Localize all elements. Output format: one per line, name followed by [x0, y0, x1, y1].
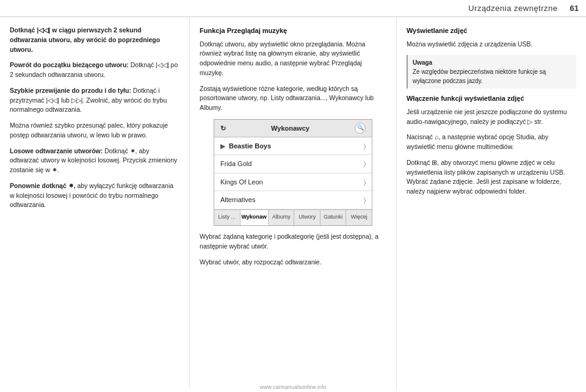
r3: Nacisnąć ⌂, a następnie wybrać opcję Stu…	[407, 132, 576, 152]
page-container: Urządzenia zewnętrzne 61 Dotknąć |◁◁| w …	[0, 0, 586, 392]
tab-listy[interactable]: Listy ...	[214, 210, 241, 226]
music-tab-bar: Listy ... Wykonaw Albumy Utwory Gatunki …	[214, 209, 372, 226]
header-title: Urządzenia zewnętrzne	[468, 4, 557, 13]
p2: Powrót do początku bieżącego utworu: Dot…	[10, 60, 179, 80]
m1: Dotknąć utworu, aby wyświetlić okno prze…	[200, 40, 386, 78]
middle-heading: Funkcja Przeglądaj muzykę	[200, 26, 386, 36]
p5: Losowe odtwarzanie utworów: Dotknąć ⁕, a…	[10, 147, 179, 175]
tab-gatunki[interactable]: Gatunki	[320, 210, 347, 226]
list-item[interactable]: Kings Of Leon 〉	[214, 173, 372, 192]
ma2: Wybrać utwór, aby rozpocząć odtwarzanie.	[200, 258, 386, 267]
p3: Szybkie przewijanie do przodu i do tyłu:…	[10, 86, 179, 115]
r1: Można wyświetlić zdjęcia z urządzenia US…	[407, 40, 576, 49]
footer: www.carmanualsonline.info	[0, 382, 586, 392]
tab-albumy[interactable]: Albumy	[269, 210, 295, 226]
list-item[interactable]: ▶ Beastie Boys 〉	[214, 137, 372, 156]
content-area: Dotknąć |◁◁| w ciągu pierwszych 2 sekund…	[0, 17, 586, 388]
col-left: Dotknąć |◁◁| w ciągu pierwszych 2 sekund…	[0, 17, 190, 388]
widget-header: ↻ Wykonawcy 🔍	[214, 120, 372, 137]
chevron-right-icon: 〉	[364, 178, 366, 187]
right-heading2: Włączenie funkcji wyświetlania zdjęć	[407, 93, 576, 104]
music-list: ▶ Beastie Boys 〉 Frida Gold 〉 Kings Of L…	[214, 137, 372, 209]
footer-text: www.carmanualsonline.info	[259, 384, 326, 390]
tab-utwory[interactable]: Utwory	[294, 210, 320, 226]
item-label: Alternatives	[220, 195, 364, 205]
page-header: Urządzenia zewnętrzne 61	[0, 0, 586, 17]
chevron-right-icon: 〉	[364, 142, 366, 151]
list-item[interactable]: Frida Gold 〉	[214, 155, 372, 173]
right-heading: Wyświetlanie zdjęć	[407, 26, 576, 36]
p6: Ponownie dotknąć ⁕, aby wyłączyć funkcję…	[10, 181, 179, 210]
item-label: Frida Gold	[220, 159, 364, 169]
music-browser-widget: ↻ Wykonawcy 🔍 ▶ Beastie Boys 〉 Frida Gol…	[214, 119, 372, 227]
col-middle: Funkcja Przeglądaj muzykę Dotknąć utworu…	[190, 17, 397, 388]
chevron-right-icon: 〉	[364, 159, 366, 169]
note-label: Uwaga	[413, 59, 432, 66]
p1: Dotknąć |◁◁| w ciągu pierwszych 2 sekund…	[10, 26, 179, 54]
r4: Dotknąć ⊞, aby otworzyć menu główne zdję…	[407, 158, 576, 197]
ma1: Wybrać żądaną kategorię i podkategorię (…	[200, 232, 386, 252]
col-right: Wyświetlanie zdjęć Można wyświetlić zdję…	[397, 17, 586, 388]
play-icon: ▶	[220, 141, 225, 151]
p4: Można również szybko przesunąć palec, kt…	[10, 121, 179, 140]
item-label: Beastie Boys	[229, 141, 364, 151]
chevron-right-icon: 〉	[364, 195, 366, 205]
r2: Jeśli urządzenie nie jest jeszcze podłąc…	[407, 107, 576, 127]
header-page: 61	[570, 4, 579, 13]
tab-wiecej[interactable]: Więcej	[346, 210, 372, 226]
tab-wykonaw[interactable]: Wykonaw	[241, 210, 269, 226]
m2: Zostają wyświetlone różne kategorie, wed…	[200, 84, 386, 113]
list-item[interactable]: Alternatives 〉	[214, 191, 372, 209]
note-text: Ze względów bezpieczeństwa niektóre funk…	[413, 68, 546, 84]
item-label: Kings Of Leon	[220, 177, 364, 187]
search-icon[interactable]: 🔍	[355, 123, 366, 134]
note-box: Uwaga Ze względów bezpieczeństwa niektór…	[407, 55, 576, 89]
back-icon[interactable]: ↻	[220, 123, 226, 134]
widget-title: Wykonawcy	[271, 123, 309, 134]
